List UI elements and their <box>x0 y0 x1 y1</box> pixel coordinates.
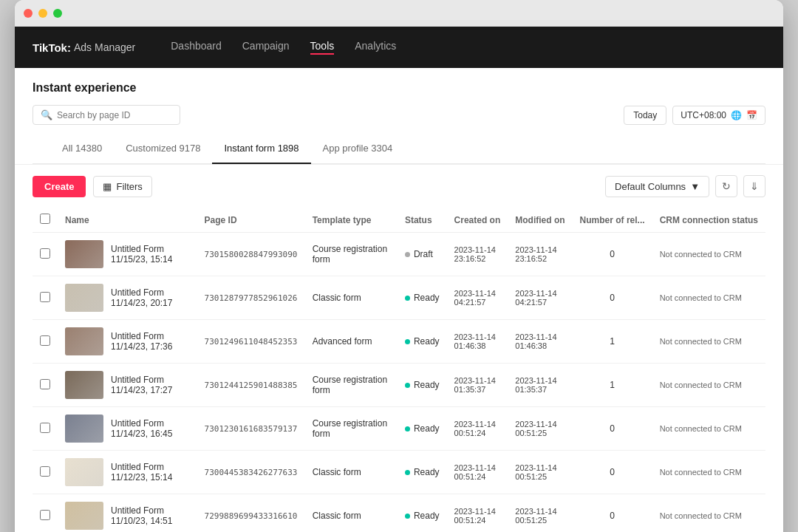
row-name: Untitled Form 11/14/23, 17:27 <box>111 375 190 395</box>
row-name-cell: Untitled Form 11/14/23, 20:17 <box>58 276 197 320</box>
status-badge: Ready <box>405 467 440 477</box>
row-name-cell: Untitled Form 11/12/23, 15:14 <box>58 451 197 494</box>
thumbnail <box>65 502 103 530</box>
status-label: Ready <box>414 380 440 390</box>
row-checkbox-cell <box>33 364 58 407</box>
name-cell-content: Untitled Form 11/15/23, 15:14 <box>65 240 190 268</box>
row-status: Draft <box>398 233 447 276</box>
filters-button[interactable]: ▦ Filters <box>93 176 151 197</box>
select-all-checkbox[interactable] <box>40 214 50 224</box>
row-crm-status: Not connected to CRM <box>652 451 765 494</box>
status-badge: Ready <box>405 293 440 303</box>
search-row: 🔍 Today UTC+08:00 🌐 📅 <box>33 105 765 125</box>
data-table: Name Page ID Template type Status Create… <box>33 208 765 532</box>
row-page-id: 730044538342627763​3 <box>197 451 305 494</box>
close-icon[interactable] <box>24 9 33 18</box>
row-status: Ready <box>398 451 447 494</box>
row-checkbox-6[interactable] <box>40 510 50 520</box>
status-label: Ready <box>414 336 440 347</box>
brand-tiktok: TikTok: <box>33 41 71 54</box>
row-checkbox-cell <box>33 276 58 320</box>
table-row: Untitled Form 11/14/23, 16:45 7301230161… <box>33 407 765 451</box>
tab-instant-form[interactable]: Instant form 1898 <box>212 134 310 164</box>
create-button[interactable]: Create <box>33 176 86 197</box>
chevron-down-icon: ▼ <box>690 181 700 192</box>
download-icon: ⇓ <box>750 180 759 192</box>
table-row: Untitled Form 11/14/23, 17:36 7301249611… <box>33 320 765 364</box>
row-checkbox-1[interactable] <box>40 292 50 302</box>
maximize-icon[interactable] <box>53 9 62 18</box>
status-dot <box>405 426 410 432</box>
minimize-icon[interactable] <box>38 9 47 18</box>
row-checkbox-4[interactable] <box>40 423 50 433</box>
status-badge: Ready <box>405 380 440 390</box>
row-rel-count: 1 <box>573 320 652 364</box>
row-checkbox-cell <box>33 320 58 364</box>
row-checkbox-3[interactable] <box>40 379 50 389</box>
search-input[interactable] <box>57 110 172 120</box>
row-modified: 2023-11-1423:16:52 <box>508 233 572 276</box>
download-button[interactable]: ⇓ <box>743 175 765 197</box>
page-id-value: 730128797785296​1026 <box>205 293 298 303</box>
row-template: Classic form <box>305 276 398 320</box>
thumbnail <box>65 284 103 312</box>
calendar-icon: 📅 <box>746 110 757 120</box>
table-body: Untitled Form 11/15/23, 15:14 7301580028… <box>33 233 765 533</box>
nav-campaign[interactable]: Campaign <box>242 40 290 55</box>
page-id-value: 730124961104845235​3 <box>205 337 298 347</box>
col-page-id: Page ID <box>197 208 305 233</box>
thumbnail <box>65 327 103 355</box>
row-crm-status: Not connected to CRM <box>652 494 765 533</box>
columns-button[interactable]: Default Columns ▼ <box>605 176 709 197</box>
status-label: Ready <box>414 293 440 303</box>
row-name: Untitled Form 11/14/23, 17:36 <box>111 331 190 352</box>
columns-label: Default Columns <box>615 181 686 192</box>
nav-analytics[interactable]: Analytics <box>355 40 396 55</box>
row-crm-status: Not connected to CRM <box>652 364 765 407</box>
row-page-id: 730124961104845235​3 <box>197 320 305 364</box>
row-modified: 2023-11-1400:51:25 <box>508 494 572 533</box>
thumbnail <box>65 371 103 399</box>
thumbnail <box>65 415 103 443</box>
row-status: Ready <box>398 494 447 533</box>
status-label: Ready <box>414 511 440 521</box>
app-window: TikTok: Ads Manager Dashboard Campaign T… <box>15 0 783 532</box>
tabs-bar: All 14380 Customized 9178 Instant form 1… <box>33 134 765 164</box>
thumb-image <box>65 327 103 355</box>
toolbar-right: Default Columns ▼ ↻ ⇓ <box>605 175 765 197</box>
col-rel-count: Number of rel... <box>573 208 652 233</box>
row-checkbox-2[interactable] <box>40 335 50 346</box>
row-created: 2023-11-1400:51:24 <box>447 451 508 494</box>
row-name-cell: Untitled Form 11/14/23, 17:36 <box>58 320 197 364</box>
tab-app-profile[interactable]: App profile 3304 <box>311 134 405 164</box>
thumb-image <box>65 240 103 268</box>
tab-customized[interactable]: Customized 9178 <box>114 134 212 164</box>
status-label: Draft <box>414 249 433 259</box>
nav-tools[interactable]: Tools <box>310 40 335 55</box>
main-content: Instant experience 🔍 Today UTC+08:00 🌐 📅 <box>15 68 783 532</box>
timezone-selector[interactable]: UTC+08:00 🌐 📅 <box>672 106 765 125</box>
row-checkbox-0[interactable] <box>40 248 50 259</box>
row-checkbox-5[interactable] <box>40 466 50 477</box>
thumbnail <box>65 240 103 268</box>
row-page-id: 730128797785296​1026 <box>197 276 305 320</box>
row-modified: 2023-11-1400:51:25 <box>508 451 572 494</box>
row-rel-count: 0 <box>573 276 652 320</box>
status-badge: Ready <box>405 511 440 521</box>
timezone-label: UTC+08:00 <box>681 110 726 120</box>
row-created: 2023-11-1423:16:52 <box>447 233 508 276</box>
row-checkbox-cell <box>33 407 58 451</box>
row-template: Classic form <box>305 494 398 533</box>
refresh-button[interactable]: ↻ <box>715 175 737 197</box>
status-dot <box>405 252 410 257</box>
today-button[interactable]: Today <box>624 106 666 125</box>
row-rel-count: 0 <box>573 233 652 276</box>
tab-all[interactable]: All 14380 <box>50 134 114 164</box>
row-name: Untitled Form 11/14/23, 16:45 <box>111 418 190 439</box>
thumb-image <box>65 502 103 530</box>
thumb-image <box>65 458 103 486</box>
row-created: 2023-11-1401:35:37 <box>447 364 508 407</box>
nav-dashboard[interactable]: Dashboard <box>171 40 222 55</box>
page-id-value: 730158002884799309​0 <box>205 250 298 259</box>
row-crm-status: Not connected to CRM <box>652 233 765 276</box>
